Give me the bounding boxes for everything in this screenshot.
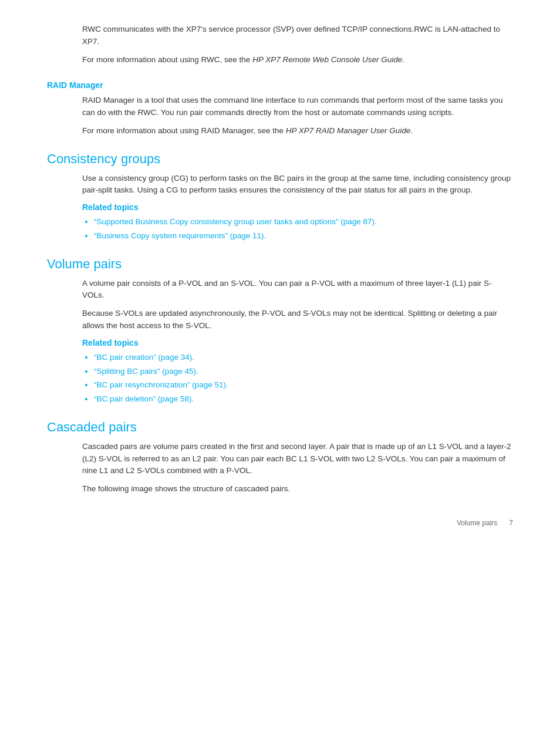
cascaded-pairs-heading: Cascaded pairs [47,420,513,435]
volume-pairs-link-1[interactable]: “BC pair creation” (page 34). [94,353,194,362]
consistency-groups-link-1[interactable]: “Supported Business Copy consistency gro… [94,217,377,226]
list-item[interactable]: “BC pair creation” (page 34). [94,351,513,364]
consistency-groups-bullet-list: “Supported Business Copy consistency gro… [94,215,513,242]
raid-manager-paragraph2: For more information about using RAID Ma… [82,125,513,137]
volume-pairs-link-4[interactable]: “BC pair deletion” (page 58). [94,394,194,403]
intro-paragraph2-italic: HP XP7 Remote Web Console User Guide [252,55,402,64]
volume-pairs-paragraph1: A volume pair consists of a P-VOL and an… [82,278,513,302]
intro-paragraph2-prefix: For more information about using RWC, se… [82,55,252,64]
cascaded-pairs-paragraph1: Cascaded pairs are volume pairs created … [82,441,513,478]
cascaded-pairs-section: Cascaded pairs Cascaded pairs are volume… [47,420,513,496]
consistency-groups-link-2[interactable]: “Business Copy system requirements” (pag… [94,231,266,240]
intro-paragraph2: For more information about using RWC, se… [82,54,513,66]
footer-label: Volume pairs [457,519,497,527]
list-item[interactable]: “Splitting BC pairs” (page 45). [94,365,513,378]
raid-manager-paragraph2-suffix: . [410,126,413,135]
list-item[interactable]: “BC pair resynchronization” (page 51). [94,379,513,391]
volume-pairs-section: Volume pairs A volume pair consists of a… [47,256,513,406]
volume-pairs-link-3[interactable]: “BC pair resynchronization” (page 51). [94,380,228,389]
intro-paragraph2-suffix: . [402,55,404,64]
consistency-groups-heading: Consistency groups [47,151,513,167]
volume-pairs-related-topics-heading: Related topics [82,338,513,347]
consistency-groups-section: Consistency groups Use a consistency gro… [47,151,513,242]
volume-pairs-bullet-list: “BC pair creation” (page 34). “Splitting… [94,351,513,405]
intro-section: RWC communicates with the XP7's service … [47,23,513,66]
raid-manager-paragraph2-italic: HP XP7 RAID Manager User Guide [286,126,411,135]
page: RWC communicates with the XP7's service … [0,0,560,545]
volume-pairs-related-topics: Related topics “BC pair creation” (page … [47,338,513,405]
raid-manager-paragraph2-prefix: For more information about using RAID Ma… [82,126,286,135]
consistency-groups-related-topics-heading: Related topics [82,202,513,212]
list-item[interactable]: “Supported Business Copy consistency gro… [94,215,513,228]
page-footer: Volume pairs 7 [457,519,513,527]
consistency-groups-paragraph1: Use a consistency group (CG) to perform … [82,173,513,197]
raid-manager-section: RAID Manager RAID Manager is a tool that… [47,80,513,137]
list-item[interactable]: “BC pair deletion” (page 58). [94,393,513,406]
cascaded-pairs-paragraph2: The following image shows the structure … [82,483,513,495]
consistency-groups-related-topics: Related topics “Supported Business Copy … [47,202,513,242]
volume-pairs-heading: Volume pairs [47,256,513,272]
footer-page-number: 7 [509,519,513,527]
volume-pairs-link-2[interactable]: “Splitting BC pairs” (page 45). [94,367,198,376]
raid-manager-paragraph1: RAID Manager is a tool that uses the com… [82,94,513,119]
intro-paragraph1: RWC communicates with the XP7's service … [82,23,513,48]
list-item[interactable]: “Business Copy system requirements” (pag… [94,229,513,242]
raid-manager-heading: RAID Manager [47,80,513,90]
volume-pairs-paragraph2: Because S-VOLs are updated asynchronousl… [82,308,513,332]
